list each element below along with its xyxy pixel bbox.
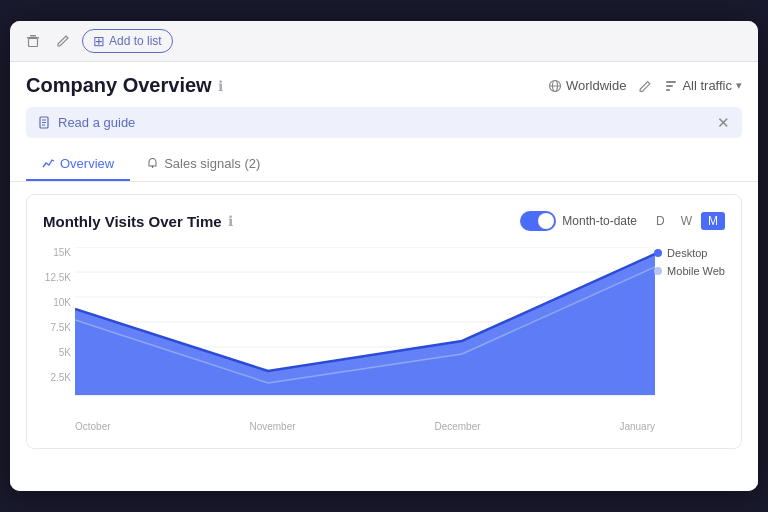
x-label-november: November <box>249 421 295 432</box>
info-icon[interactable]: ℹ <box>218 78 223 94</box>
dropdown-arrow-icon: ▾ <box>736 79 742 92</box>
globe-icon <box>548 79 562 93</box>
top-bar: ⊞ Add to list <box>10 21 758 62</box>
x-label-october: October <box>75 421 111 432</box>
svg-rect-2 <box>29 39 38 47</box>
toggle-group: Month-to-date <box>520 211 637 231</box>
mobile-label: Mobile Web <box>667 265 725 277</box>
legend-mobile: Mobile Web <box>654 265 725 277</box>
chart-controls: Month-to-date D W M <box>520 211 725 231</box>
chart-info-icon[interactable]: ℹ <box>228 213 233 229</box>
bell-icon <box>146 157 159 170</box>
tab-overview[interactable]: Overview <box>26 148 130 181</box>
y-label-15k: 15K <box>43 247 71 258</box>
mobile-dot <box>654 267 662 275</box>
period-buttons: D W M <box>649 212 725 230</box>
y-axis-labels: 15K 12.5K 10K 7.5K 5K 2.5K <box>43 247 71 397</box>
y-label-2-5k: 2.5K <box>43 372 71 383</box>
toggle-label: Month-to-date <box>562 214 637 228</box>
y-label-5k: 5K <box>43 347 71 358</box>
chart-header: Monthly Visits Over Time ℹ Month-to-date… <box>43 211 725 231</box>
top-bar-left: ⊞ Add to list <box>22 29 173 53</box>
add-to-list-button[interactable]: ⊞ Add to list <box>82 29 173 53</box>
trash-icon <box>26 34 40 48</box>
edit-icon-button[interactable] <box>52 32 74 50</box>
header-controls: Worldwide All traffic ▾ <box>548 78 742 93</box>
traffic-icon <box>664 79 678 93</box>
chart-title: Monthly Visits Over Time <box>43 213 222 230</box>
y-label-12-5k: 12.5K <box>43 272 71 283</box>
x-label-january: January <box>619 421 655 432</box>
main-content: Company Overview ℹ Worldwide <box>10 62 758 491</box>
overview-tab-icon <box>42 157 55 170</box>
chart-legend: Desktop Mobile Web <box>654 247 725 277</box>
chart-section: Monthly Visits Over Time ℹ Month-to-date… <box>26 194 742 449</box>
pencil-icon <box>638 79 652 93</box>
desktop-label: Desktop <box>667 247 707 259</box>
edit-control[interactable] <box>638 79 652 93</box>
worldwide-control[interactable]: Worldwide <box>548 78 626 93</box>
guide-banner: Read a guide ✕ <box>26 107 742 138</box>
tab-sales-signals-label: Sales signals (2) <box>164 156 260 171</box>
edit-icon <box>56 34 70 48</box>
desktop-area <box>75 254 655 395</box>
chart-svg <box>75 247 655 397</box>
chart-container: 15K 12.5K 10K 7.5K 5K 2.5K <box>43 247 725 417</box>
close-guide-button[interactable]: ✕ <box>717 115 730 130</box>
plus-icon: ⊞ <box>93 33 105 49</box>
svg-rect-6 <box>666 81 676 83</box>
book-icon <box>38 116 52 130</box>
trash-icon-button[interactable] <box>22 32 44 50</box>
svg-rect-8 <box>666 89 670 91</box>
read-guide-label: Read a guide <box>58 115 135 130</box>
desktop-dot <box>654 249 662 257</box>
worldwide-label: Worldwide <box>566 78 626 93</box>
period-d-button[interactable]: D <box>649 212 672 230</box>
svg-rect-7 <box>666 85 673 87</box>
page-header: Company Overview ℹ Worldwide <box>10 62 758 97</box>
month-to-date-toggle[interactable] <box>520 211 556 231</box>
svg-rect-1 <box>30 35 36 37</box>
tabs: Overview Sales signals (2) <box>10 148 758 182</box>
x-label-december: December <box>434 421 480 432</box>
page-title-area: Company Overview ℹ <box>26 74 223 97</box>
browser-window: ⊞ Add to list Company Overview ℹ Worldwi… <box>10 21 758 491</box>
y-label-7-5k: 7.5K <box>43 322 71 333</box>
period-m-button[interactable]: M <box>701 212 725 230</box>
chart-svg-wrapper <box>75 247 655 417</box>
traffic-control[interactable]: All traffic ▾ <box>664 78 742 93</box>
tab-sales-signals[interactable]: Sales signals (2) <box>130 148 276 181</box>
y-label-10k: 10K <box>43 297 71 308</box>
add-to-list-label: Add to list <box>109 34 162 48</box>
page-title: Company Overview <box>26 74 212 97</box>
chart-title-area: Monthly Visits Over Time ℹ <box>43 213 233 230</box>
tab-overview-label: Overview <box>60 156 114 171</box>
legend-desktop: Desktop <box>654 247 725 259</box>
read-guide-link[interactable]: Read a guide <box>38 115 135 130</box>
x-axis-labels: October November December January <box>43 421 725 432</box>
traffic-label: All traffic <box>682 78 732 93</box>
period-w-button[interactable]: W <box>674 212 699 230</box>
